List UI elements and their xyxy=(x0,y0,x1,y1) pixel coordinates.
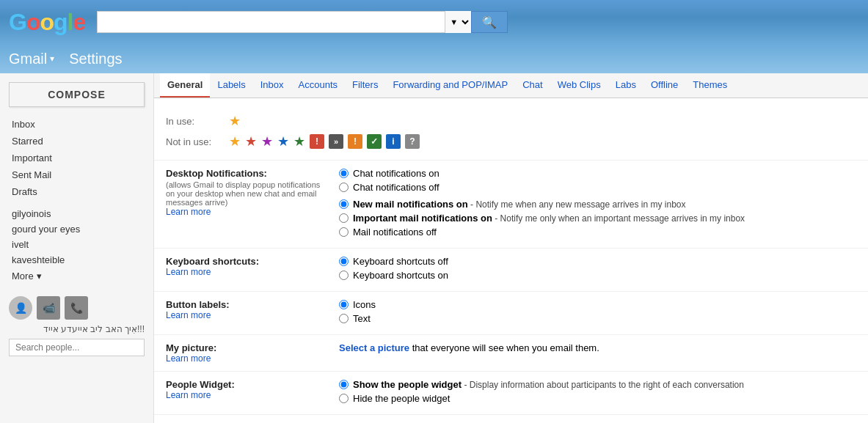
button-labels-learn-more[interactable]: Learn more xyxy=(166,310,327,320)
sidebar-item-inbox[interactable]: Inbox xyxy=(0,116,153,133)
gmail-bar: Gmail ▾ Settings xyxy=(0,44,868,73)
stars-section: In use: ★ Not in use: ★ ★ ★ ★ ★ ! » ! ✓ … xyxy=(154,107,868,161)
create-contacts-row: Create contacts for auto-complete: When … xyxy=(154,415,868,423)
chat-contact-2[interactable]: ivelt xyxy=(0,237,153,252)
desktop-notifications-label: Desktop Notifications: (allows Gmail to … xyxy=(166,168,327,217)
important-mail-on-radio[interactable] xyxy=(339,213,349,223)
hide-widget-radio[interactable] xyxy=(339,394,349,403)
badge-exclaim-orange: ! xyxy=(348,134,362,149)
star-green: ★ xyxy=(293,133,305,150)
more-arrow: ▾ xyxy=(37,271,42,282)
keyboard-shortcuts-options: Keyboard shortcuts off Keyboard shortcut… xyxy=(339,256,856,284)
badge-arrow: » xyxy=(329,134,343,149)
show-widget-label[interactable]: Show the people widget - Display informa… xyxy=(339,379,856,390)
settings-tabs: General Labels Inbox Accounts Filters Fo… xyxy=(154,73,868,98)
chat-contact-3[interactable]: kaveshteible xyxy=(0,252,153,268)
text-radio[interactable] xyxy=(339,314,349,323)
star-purple: ★ xyxy=(261,133,273,150)
chat-contact-0[interactable]: gilyoinois xyxy=(0,206,153,221)
badge-check-green: ✓ xyxy=(367,134,382,149)
sidebar-nav: Inbox Starred Important Sent Mail Drafts xyxy=(0,116,153,200)
compose-button[interactable]: COMPOSE xyxy=(9,82,145,107)
search-input-wrap: ▼ xyxy=(97,11,471,33)
desktop-notifications-desc: (allows Gmail to display popup notificat… xyxy=(166,180,327,207)
avatar: 👤 xyxy=(9,296,32,320)
chat-contact-1[interactable]: gourd your eyes xyxy=(0,221,153,237)
chat-notifications-on-label[interactable]: Chat notifications on xyxy=(339,168,856,179)
top-header: Google ▼ 🔍 xyxy=(0,0,868,44)
my-picture-title: My picture: xyxy=(166,342,216,353)
people-widget-learn-more[interactable]: Learn more xyxy=(166,390,327,400)
tab-offline[interactable]: Offline xyxy=(643,73,685,98)
stars-in-use: In use: ★ xyxy=(166,113,856,129)
button-labels-row: Button labels: Learn more Icons Text xyxy=(154,292,868,335)
desktop-notifications-title: Desktop Notifications: xyxy=(166,168,267,179)
my-picture-learn-more[interactable]: Learn more xyxy=(166,353,327,364)
important-mail-on-label[interactable]: Important mail notifications on - Notify… xyxy=(339,213,856,224)
mail-notifications-group: New mail notifications on - Notify me wh… xyxy=(339,199,856,238)
text-text: Text xyxy=(353,313,371,324)
sidebar-bottom: 👤 📹 📞 !!!אִיך האב ליב אייעדע אייד xyxy=(0,293,153,359)
chat-notifications-on-text: Chat notifications on xyxy=(353,168,440,179)
not-in-use-label: Not in use: xyxy=(166,136,225,147)
search-dropdown[interactable]: ▼ xyxy=(445,11,471,33)
tab-general[interactable]: General xyxy=(160,73,210,98)
sidebar-item-sent[interactable]: Sent Mail xyxy=(0,166,153,183)
people-widget-label: People Widget: Learn more xyxy=(166,379,327,400)
star-red: ★ xyxy=(245,133,257,150)
mail-off-label[interactable]: Mail notifications off xyxy=(339,227,856,238)
desktop-notifications-row: Desktop Notifications: (allows Gmail to … xyxy=(154,161,868,249)
shortcuts-off-label[interactable]: Keyboard shortcuts off xyxy=(339,256,856,267)
select-picture-link[interactable]: Select a picture xyxy=(339,342,409,353)
keyboard-shortcuts-title: Keyboard shortcuts: xyxy=(166,256,259,267)
icons-radio[interactable] xyxy=(339,300,349,309)
people-widget-options: Show the people widget - Display informa… xyxy=(339,379,856,407)
tab-labels[interactable]: Labels xyxy=(210,73,252,98)
tab-themes[interactable]: Themes xyxy=(685,73,734,98)
desktop-notifications-learn-more[interactable]: Learn more xyxy=(166,207,327,217)
settings-content: In use: ★ Not in use: ★ ★ ★ ★ ★ ! » ! ✓ … xyxy=(154,98,868,423)
keyboard-shortcuts-learn-more[interactable]: Learn more xyxy=(166,267,327,277)
my-picture-value: Select a picture that everyone will see … xyxy=(339,342,856,353)
new-mail-on-radio[interactable] xyxy=(339,199,349,209)
phone-icon[interactable]: 📞 xyxy=(65,296,88,320)
icons-label[interactable]: Icons xyxy=(339,299,856,310)
chat-notifications-off-radio[interactable] xyxy=(339,183,349,192)
gmail-dropdown-arrow: ▾ xyxy=(50,54,54,64)
mail-off-radio[interactable] xyxy=(339,227,349,237)
star-blue: ★ xyxy=(277,133,289,150)
hide-widget-label[interactable]: Hide the people widget xyxy=(339,393,856,404)
shortcuts-off-radio[interactable] xyxy=(339,257,349,266)
hide-widget-text: Hide the people widget xyxy=(353,393,450,404)
new-mail-on-label[interactable]: New mail notifications on - Notify me wh… xyxy=(339,199,856,210)
sidebar-item-drafts[interactable]: Drafts xyxy=(0,183,153,200)
chat-notifications-on-radio[interactable] xyxy=(339,169,349,178)
tab-accounts[interactable]: Accounts xyxy=(291,73,345,98)
tab-webclips[interactable]: Web Clips xyxy=(550,73,608,98)
search-people-input[interactable] xyxy=(9,339,145,356)
content-area: General Labels Inbox Accounts Filters Fo… xyxy=(154,73,868,423)
gmail-label[interactable]: Gmail ▾ xyxy=(9,51,54,67)
my-picture-row: My picture: Learn more Select a picture … xyxy=(154,335,868,372)
main-layout: COMPOSE Inbox Starred Important Sent Mai… xyxy=(0,73,868,423)
search-button[interactable]: 🔍 xyxy=(471,11,508,33)
tab-chat[interactable]: Chat xyxy=(515,73,550,98)
shortcuts-on-radio[interactable] xyxy=(339,271,349,280)
sidebar-item-important[interactable]: Important xyxy=(0,150,153,166)
more-button[interactable]: More ▾ xyxy=(0,268,153,284)
chat-notifications-off-label[interactable]: Chat notifications off xyxy=(339,182,856,193)
shortcuts-on-label[interactable]: Keyboard shortcuts on xyxy=(339,270,856,281)
tab-labs[interactable]: Labs xyxy=(608,73,643,98)
sidebar-item-starred[interactable]: Starred xyxy=(0,133,153,150)
search-input[interactable] xyxy=(97,11,471,33)
text-label[interactable]: Text xyxy=(339,313,856,324)
chat-contacts: gilyoinois gourd your eyes ivelt kavesht… xyxy=(0,206,153,268)
tab-filters[interactable]: Filters xyxy=(345,73,385,98)
video-icon[interactable]: 📹 xyxy=(37,296,60,320)
star-orange: ★ xyxy=(229,133,241,150)
keyboard-shortcuts-row: Keyboard shortcuts: Learn more Keyboard … xyxy=(154,249,868,292)
tab-forwarding[interactable]: Forwarding and POP/IMAP xyxy=(385,73,515,98)
tab-inbox[interactable]: Inbox xyxy=(253,73,291,98)
show-widget-radio[interactable] xyxy=(339,380,349,389)
desktop-notifications-options: Chat notifications on Chat notifications… xyxy=(339,168,856,240)
